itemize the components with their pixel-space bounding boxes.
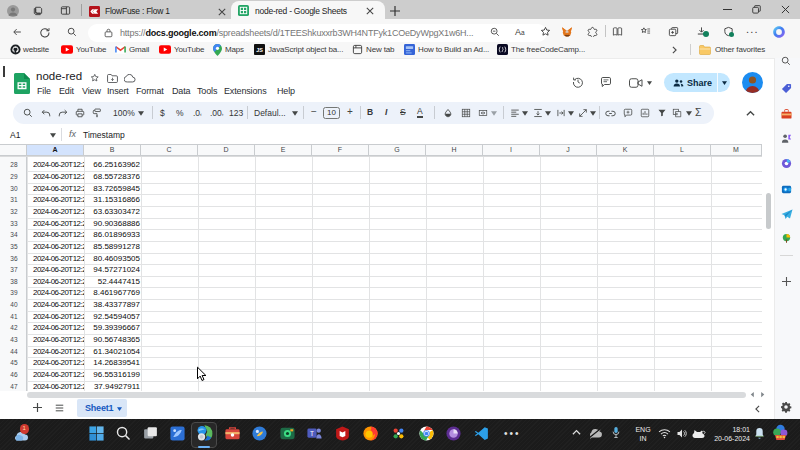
svg-text:JS: JS <box>256 47 263 53</box>
svg-text:T: T <box>310 430 314 437</box>
